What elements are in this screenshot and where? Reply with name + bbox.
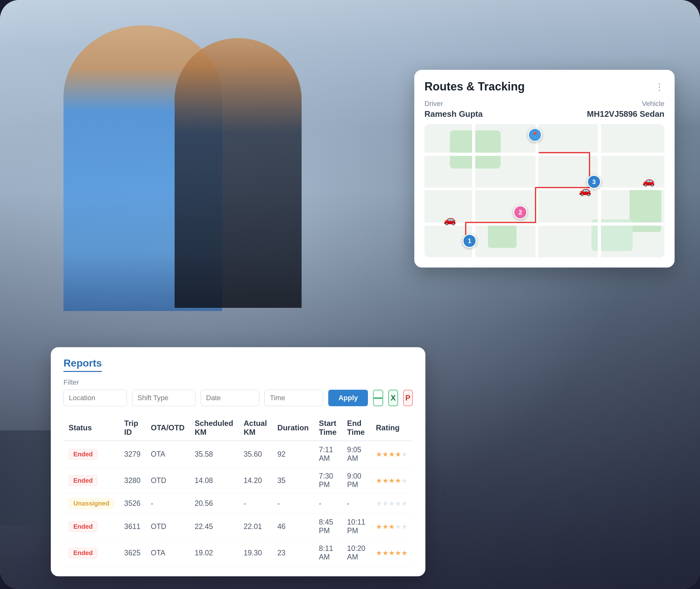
cell-start-time: 7:11 AM: [314, 441, 342, 467]
status-badge: Unassigned: [68, 498, 114, 509]
col-header-ota-otd: OTA/OTD: [146, 415, 189, 441]
star-filled: ★: [395, 450, 401, 458]
cell-trip-id: 3279: [119, 441, 146, 467]
star-filled: ★: [395, 549, 401, 557]
excel-icon: X: [390, 394, 395, 402]
star-filled: ★: [382, 450, 388, 458]
cell-duration: 46: [273, 514, 314, 540]
cell-scheduled-km: 35.58: [189, 441, 238, 467]
car-icon-1: 🚗: [444, 214, 456, 226]
star-empty: ★: [395, 500, 401, 508]
cell-start-time: 8:11 AM: [314, 540, 342, 566]
cell-duration: 35: [273, 467, 314, 494]
status-badge: Ended: [68, 522, 98, 532]
col-header-duration: Duration: [273, 415, 314, 441]
col-header-end-time: End Time: [342, 415, 371, 441]
filter-row: Apply X P: [63, 390, 413, 406]
cell-ota-otd: -: [146, 494, 189, 514]
table-row: Unassigned3526-20.56----★★★★★: [63, 494, 413, 514]
star-empty: ★: [376, 500, 382, 508]
cell-rating: ★★★★★: [371, 540, 413, 566]
route-marker-1: 1: [463, 234, 477, 248]
cell-start-time: 8:45 PM: [314, 514, 342, 540]
shift-type-filter[interactable]: [132, 390, 196, 406]
cell-start-time: -: [314, 494, 342, 514]
status-badge: Ended: [68, 475, 98, 486]
cell-end-time: 10:20 AM: [342, 540, 371, 566]
table-row: Ended3279OTA35.5835.60927:11 AM9:05 AM★★…: [63, 441, 413, 467]
cell-ota-otd: OTD: [146, 514, 189, 540]
cell-actual-km: 35.60: [239, 441, 273, 467]
green-line-icon: [373, 390, 383, 406]
cell-end-time: -: [342, 494, 371, 514]
routes-menu-button[interactable]: ⋮: [655, 81, 665, 92]
cell-end-time: 10:11 PM: [342, 514, 371, 540]
reports-title: Reports: [63, 357, 102, 372]
star-filled: ★: [382, 477, 388, 484]
pdf-icon: P: [405, 394, 410, 402]
car-icon-3: 🚗: [579, 184, 591, 196]
col-header-actual-km: Actual KM: [239, 415, 273, 441]
star-filled: ★: [395, 477, 401, 484]
cell-actual-km: -: [239, 494, 273, 514]
route-path-svg: [424, 124, 665, 257]
pdf-export-button[interactable]: P: [403, 390, 413, 406]
star-empty: ★: [401, 523, 408, 531]
col-header-trip-id: Trip ID: [119, 415, 146, 441]
cell-scheduled-km: 14.08: [189, 467, 238, 494]
status-badge: Ended: [68, 449, 98, 459]
star-filled: ★: [376, 523, 382, 531]
destination-pin: 📍: [528, 128, 542, 142]
driver-vehicle-row: Driver Ramesh Gupta Vehicle MH12VJ5896 S…: [424, 100, 665, 119]
col-header-rating: Rating: [371, 415, 413, 441]
star-filled: ★: [376, 450, 382, 458]
cell-rating: ★★★★★: [371, 441, 413, 467]
star-empty: ★: [401, 450, 408, 458]
star-filled: ★: [388, 549, 395, 557]
cell-start-time: 7:30 PM: [314, 467, 342, 494]
cell-trip-id: 3280: [119, 467, 146, 494]
cell-scheduled-km: 22.45: [189, 514, 238, 540]
car-icon-2: 🚗: [642, 175, 655, 187]
cell-end-time: 9:00 PM: [342, 467, 371, 494]
route-marker-2: 2: [513, 205, 527, 219]
star-filled: ★: [388, 477, 395, 484]
cell-trip-id: 3625: [119, 540, 146, 566]
map-container: 📍 1 2 3 🚗 🚗 🚗: [424, 124, 665, 257]
star-empty: ★: [388, 500, 395, 508]
cell-ota-otd: OTD: [146, 467, 189, 494]
cell-actual-km: 14.20: [239, 467, 273, 494]
cell-actual-km: 22.01: [239, 514, 273, 540]
filter-label: Filter: [63, 378, 413, 387]
time-filter[interactable]: [265, 390, 323, 406]
cell-ota-otd: OTA: [146, 441, 189, 467]
location-filter[interactable]: [63, 390, 127, 406]
driver-section: Driver Ramesh Gupta: [424, 100, 483, 119]
cell-trip-id: 3526: [119, 494, 146, 514]
cell-rating: ★★★★★: [371, 514, 413, 540]
cell-ota-otd: OTA: [146, 540, 189, 566]
cell-rating: ★★★★★: [371, 494, 413, 514]
reports-table: Status Trip ID OTA/OTD Scheduled KM Actu…: [63, 415, 413, 566]
cell-scheduled-km: 19.02: [189, 540, 238, 566]
cell-duration: 23: [273, 540, 314, 566]
star-empty: ★: [401, 477, 408, 484]
star-filled: ★: [376, 549, 382, 557]
table-row: Ended3625OTA19.0219.30238:11 AM10:20 AM★…: [63, 540, 413, 566]
apply-button[interactable]: Apply: [328, 390, 368, 406]
star-filled: ★: [388, 523, 395, 531]
routes-header: Routes & Tracking ⋮: [424, 80, 665, 93]
driver-label: Driver: [424, 100, 483, 108]
col-header-status: Status: [63, 415, 119, 441]
cell-end-time: 9:05 AM: [342, 441, 371, 467]
cell-actual-km: 19.30: [239, 540, 273, 566]
excel-export-button[interactable]: X: [388, 390, 398, 406]
vehicle-section: Vehicle MH12VJ5896 Sedan: [587, 100, 665, 119]
driver-name: Ramesh Gupta: [424, 109, 483, 119]
star-filled: ★: [382, 523, 388, 531]
date-filter[interactable]: [201, 390, 259, 406]
status-badge: Ended: [68, 548, 98, 558]
vehicle-value: MH12VJ5896 Sedan: [587, 109, 665, 119]
table-row: Ended3280OTD14.0814.20357:30 PM9:00 PM★★…: [63, 467, 413, 494]
star-filled: ★: [382, 549, 388, 557]
